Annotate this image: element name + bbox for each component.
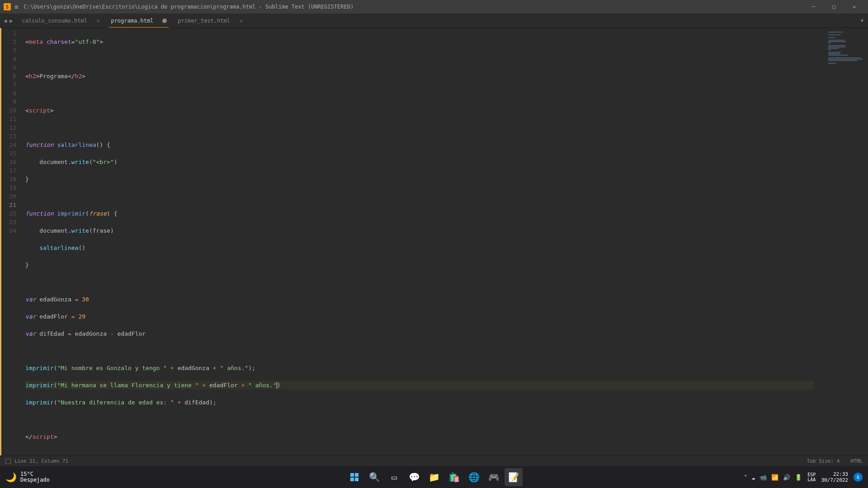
tab-size[interactable]: Tab Size: 4: [807, 458, 840, 464]
window-title: C:\Users\gonza\OneDrive\Escritorio\Logic…: [24, 4, 803, 10]
tab-label: primer_test.html: [178, 18, 230, 24]
panel-switcher-icon[interactable]: [5, 459, 11, 464]
sublime-text-icon[interactable]: 📝: [505, 468, 523, 486]
weather-desc: Despejado: [20, 477, 50, 483]
line-gutter: 12345 678910 1112131415 1617181920 21222…: [0, 28, 22, 455]
discord-icon[interactable]: 🎮: [485, 468, 503, 486]
microsoft-store-icon[interactable]: 🛍️: [445, 468, 463, 486]
dirty-indicator-icon[interactable]: ●: [162, 19, 167, 23]
minimize-button[interactable]: ─: [803, 0, 824, 14]
tab-calculo-consumo[interactable]: calculo_consumo.html ×: [16, 14, 105, 28]
moon-icon: 🌙: [5, 472, 17, 483]
maximize-button[interactable]: ▢: [824, 0, 844, 14]
close-icon[interactable]: ×: [96, 17, 100, 24]
search-button[interactable]: 🔍: [365, 468, 383, 486]
clock[interactable]: 22:33 30/7/2022: [821, 471, 848, 483]
windows-logo-icon: [350, 473, 359, 481]
meet-now-icon[interactable]: 📹: [760, 474, 767, 481]
nav-forward-icon[interactable]: ▶: [9, 17, 14, 25]
tab-primer-test[interactable]: primer_test.html ×: [172, 14, 248, 28]
tab-programa[interactable]: programa.html ●: [105, 14, 172, 28]
hamburger-icon[interactable]: ≡: [14, 3, 18, 10]
title-bar: S ≡ C:\Users\gonza\OneDrive\Escritorio\L…: [0, 0, 868, 14]
language-indicator[interactable]: ESP LAA: [807, 472, 816, 482]
minimap[interactable]: [814, 28, 868, 455]
chrome-icon[interactable]: 🌐: [465, 468, 483, 486]
gutter-edge: [0, 28, 1, 455]
tab-dropdown-icon[interactable]: ▼: [856, 18, 868, 23]
volume-icon[interactable]: 🔊: [783, 474, 790, 481]
task-view-button[interactable]: ▭: [385, 468, 403, 486]
file-explorer-icon[interactable]: 📁: [425, 468, 443, 486]
onedrive-icon[interactable]: ☁: [752, 474, 755, 481]
close-icon[interactable]: ×: [239, 17, 243, 24]
weather-widget[interactable]: 🌙 15°C Despejado: [5, 471, 50, 483]
wifi-icon[interactable]: 📶: [771, 474, 778, 481]
tab-label: calculo_consumo.html: [22, 18, 87, 24]
text-cursor: [277, 382, 277, 389]
chat-app-icon[interactable]: 💬: [405, 468, 423, 486]
start-button[interactable]: [345, 468, 363, 486]
syntax-mode[interactable]: HTML: [851, 458, 863, 464]
close-button[interactable]: ✕: [844, 0, 864, 14]
tab-bar: ◀ ▶ calculo_consumo.html × programa.html…: [0, 14, 868, 28]
tray-chevron-icon[interactable]: ˄: [744, 474, 747, 481]
cursor-position[interactable]: Line 21, Column 71: [14, 458, 68, 464]
notification-badge[interactable]: 6: [854, 473, 863, 482]
code-content[interactable]: <meta charset="utf-8"> <h2>Programa</h2>…: [22, 28, 814, 455]
battery-icon[interactable]: 🔋: [795, 474, 802, 481]
editor-area[interactable]: 12345 678910 1112131415 1617181920 21222…: [0, 28, 868, 455]
windows-taskbar: 🌙 15°C Despejado 🔍 ▭ 💬 📁 🛍️ 🌐 🎮 📝 ˄ ☁ 📹 …: [0, 466, 868, 488]
tab-label: programa.html: [111, 18, 153, 24]
nav-back-icon[interactable]: ◀: [3, 17, 8, 25]
app-icon: S: [4, 3, 11, 10]
